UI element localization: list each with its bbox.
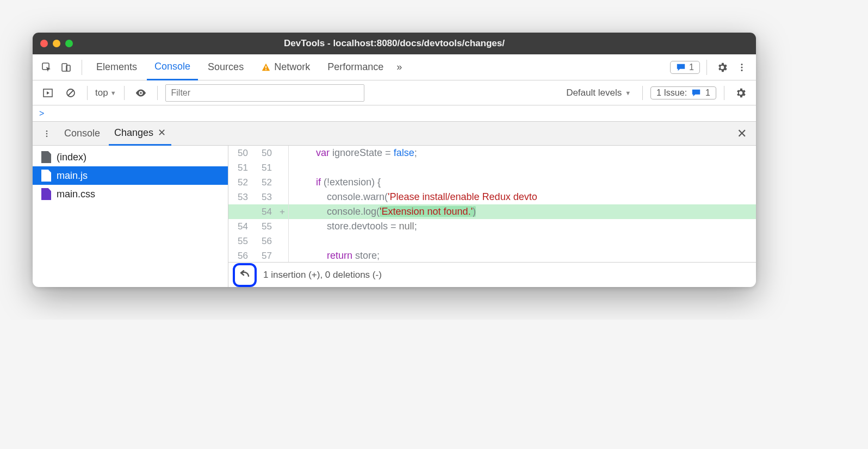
warning-icon <box>261 63 271 72</box>
diff-marker <box>276 148 288 159</box>
line-number-new: 53 <box>252 192 276 203</box>
file-item[interactable]: main.js <box>33 166 228 185</box>
window-close-button[interactable] <box>40 40 48 47</box>
line-number-new: 50 <box>252 148 276 159</box>
line-number-old: 51 <box>228 163 252 173</box>
line-number-new: 56 <box>252 236 276 247</box>
window-zoom-button[interactable] <box>65 40 73 47</box>
kebab-icon <box>737 63 747 72</box>
live-expression-button[interactable] <box>132 84 150 102</box>
console-toolbar: top ▼ Default levels ▼ 1 Issue: 1 <box>33 80 756 105</box>
line-number-new: 55 <box>252 221 276 232</box>
toggle-sidebar-button[interactable] <box>39 84 57 102</box>
drawer-tab-label: Console <box>64 128 100 139</box>
diff-marker <box>276 163 288 173</box>
tab-sources[interactable]: Sources <box>200 54 251 80</box>
eye-icon <box>135 87 147 99</box>
close-tab-button[interactable]: ✕ <box>158 127 166 139</box>
code-line: var ignoreState = false; <box>305 147 417 159</box>
line-number-old: 54 <box>228 221 252 232</box>
gutter-line <box>288 204 289 219</box>
revert-button[interactable] <box>233 263 257 287</box>
tab-performance[interactable]: Performance <box>320 54 391 80</box>
file-icon <box>41 151 51 163</box>
diff-row: 5353 console.warn('Please install/enable… <box>228 190 756 204</box>
drawer-kebab-button[interactable] <box>38 125 55 142</box>
gutter-line <box>288 146 289 160</box>
settings-button[interactable] <box>714 59 731 76</box>
changed-files-list: (index)main.jsmain.css <box>33 146 228 287</box>
svg-point-6 <box>741 66 742 68</box>
chevron-down-icon: ▼ <box>110 90 116 96</box>
diff-view[interactable]: 5050 var ignoreState = false;5151 5252 i… <box>228 146 756 262</box>
device-toggle-icon[interactable] <box>58 59 75 76</box>
inspect-icon[interactable] <box>38 59 55 76</box>
drawer-close-button[interactable]: ✕ <box>733 125 751 142</box>
devtools-window: DevTools - localhost:8080/docs/devtools/… <box>33 33 756 287</box>
line-number-new: 54 <box>252 207 276 217</box>
diff-footer: 1 insertion (+), 0 deletions (-) <box>228 262 756 287</box>
code-line: store.devtools = null; <box>305 221 417 232</box>
diff-marker <box>276 251 288 261</box>
gear-icon <box>735 87 747 99</box>
message-icon <box>676 63 686 72</box>
line-number-old: 50 <box>228 148 252 159</box>
context-select[interactable]: top ▼ <box>95 88 116 98</box>
log-levels-select[interactable]: Default levels ▼ <box>562 86 635 100</box>
diff-row: 5455 store.devtools = null; <box>228 219 756 234</box>
svg-rect-3 <box>265 66 266 68</box>
diff-marker <box>276 192 288 203</box>
tab-console[interactable]: Console <box>147 54 198 80</box>
kebab-menu-button[interactable] <box>733 59 751 76</box>
svg-point-12 <box>46 130 48 132</box>
drawer-tab-changes[interactable]: Changes ✕ <box>109 122 171 146</box>
issue-pill[interactable]: 1 Issue: 1 <box>650 86 716 99</box>
code-line: console.log('Extension not found.') <box>305 206 476 217</box>
gutter-line <box>288 219 289 234</box>
drawer-tab-label: Changes <box>114 127 153 139</box>
gutter-line <box>288 160 289 175</box>
kebab-icon <box>42 129 51 138</box>
diff-row: 54+ console.log('Extension not found.') <box>228 204 756 219</box>
window-minimize-button[interactable] <box>53 40 60 47</box>
line-number-new: 51 <box>252 163 276 173</box>
clear-console-button[interactable] <box>62 84 79 102</box>
issues-badge[interactable]: 1 <box>670 61 700 74</box>
svg-point-11 <box>140 92 142 94</box>
issues-count: 1 <box>689 63 694 72</box>
tabs-overflow-button[interactable]: » <box>393 54 405 80</box>
file-icon <box>41 188 51 200</box>
gutter-line <box>288 234 289 248</box>
console-prompt[interactable]: > <box>33 105 756 122</box>
separator <box>642 86 643 100</box>
separator <box>124 86 125 100</box>
tab-label: Elements <box>96 61 137 73</box>
gutter-line <box>288 175 289 190</box>
message-icon <box>691 88 701 98</box>
svg-line-10 <box>68 90 73 96</box>
code-line: return store; <box>305 250 380 261</box>
console-settings-button[interactable] <box>732 84 749 102</box>
line-number-old: 53 <box>228 192 252 203</box>
tab-label: Performance <box>327 61 383 73</box>
file-name: main.js <box>57 170 88 182</box>
line-number-new: 52 <box>252 177 276 188</box>
tab-elements[interactable]: Elements <box>89 54 145 80</box>
titlebar: DevTools - localhost:8080/docs/devtools/… <box>33 33 756 54</box>
diff-marker <box>276 177 288 188</box>
code-line: console.warn('Please install/enable Redu… <box>305 191 537 203</box>
levels-label: Default levels <box>566 88 622 98</box>
changes-panel: (index)main.jsmain.css 5050 var ignoreSt… <box>33 146 756 287</box>
drawer-tabbar: Console Changes ✕ ✕ <box>33 122 756 146</box>
tab-label: Sources <box>208 61 244 73</box>
diff-column: 5050 var ignoreState = false;5151 5252 i… <box>228 146 756 287</box>
tab-network[interactable]: Network <box>253 54 318 80</box>
file-item[interactable]: (index) <box>33 148 228 166</box>
drawer-tab-console[interactable]: Console <box>59 122 106 146</box>
file-item[interactable]: main.css <box>33 185 228 203</box>
separator <box>157 86 158 100</box>
filter-input[interactable] <box>165 84 364 102</box>
diff-marker <box>276 236 288 247</box>
svg-point-13 <box>46 133 48 134</box>
main-tabbar: Elements Console Sources Network Perform… <box>33 54 756 80</box>
